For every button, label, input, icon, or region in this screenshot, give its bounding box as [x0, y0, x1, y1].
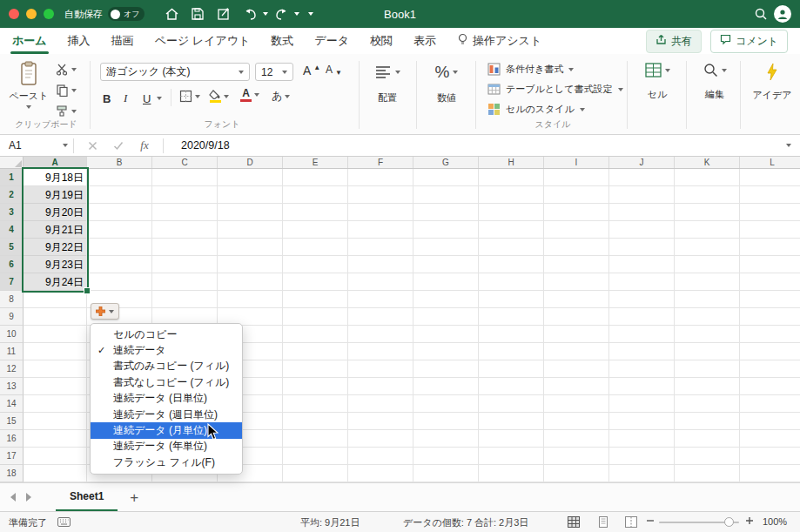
tab-data[interactable]: データ	[314, 28, 349, 54]
cell-a5[interactable]: 9月22日	[24, 239, 84, 256]
tab-formulas[interactable]: 数式	[271, 28, 293, 54]
paste-button[interactable]: ペースト	[9, 61, 49, 109]
autosave-control[interactable]: 自動保存 オフ	[64, 7, 145, 21]
formula-input[interactable]: 2020/9/18	[181, 139, 230, 152]
select-all-button[interactable]	[0, 157, 24, 168]
cell-a2[interactable]: 9月19日	[24, 186, 84, 204]
number-format-button[interactable]: % 数値	[427, 63, 467, 104]
share-sheet-icon[interactable]	[213, 3, 234, 24]
italic-button[interactable]: I	[124, 89, 127, 108]
comments-button[interactable]: コメント	[710, 30, 788, 53]
column-header[interactable]: I	[544, 157, 609, 168]
fill-handle[interactable]	[84, 287, 91, 294]
font-name-combo[interactable]: 游ゴシック (本文)	[100, 63, 250, 81]
phonetic-button[interactable]: あ	[272, 89, 290, 104]
column-header[interactable]: J	[609, 157, 675, 168]
cell-a6[interactable]: 9月23日	[24, 256, 84, 273]
row-header[interactable]: 8	[0, 291, 24, 308]
underline-dropdown-icon[interactable]	[157, 97, 162, 100]
bold-button[interactable]: B	[103, 89, 111, 108]
name-box[interactable]: A1	[0, 139, 63, 152]
underline-button[interactable]: U	[143, 89, 151, 108]
name-box-dropdown-icon[interactable]	[63, 144, 68, 147]
row-header[interactable]: 15	[0, 413, 24, 430]
redo-icon[interactable]	[271, 3, 292, 24]
row-header[interactable]: 13	[0, 378, 24, 395]
page-break-view-button[interactable]	[625, 516, 637, 529]
fill-color-button[interactable]	[209, 90, 229, 103]
home-icon[interactable]	[161, 3, 182, 24]
tab-draw[interactable]: 描画	[111, 28, 134, 54]
column-header[interactable]: E	[283, 157, 348, 168]
close-button[interactable]	[9, 9, 19, 19]
tab-view[interactable]: 表示	[413, 28, 436, 54]
row-header[interactable]: 4	[0, 221, 24, 239]
ideas-button[interactable]: アイデア	[750, 63, 794, 102]
normal-view-button[interactable]	[568, 516, 580, 529]
sheet-tab-sheet1[interactable]: Sheet1	[56, 483, 118, 511]
cell-styles-button[interactable]: セルのスタイル	[487, 103, 585, 116]
zoom-button[interactable]	[44, 9, 54, 19]
page-layout-view-button[interactable]	[597, 516, 609, 529]
menu-item-copy-cells[interactable]: セルのコピー	[91, 327, 242, 342]
format-painter-button[interactable]	[56, 104, 77, 118]
sheet-nav-prev-icon[interactable]	[10, 493, 16, 502]
editing-button[interactable]: 編集	[695, 63, 735, 101]
cells-button[interactable]: セル	[637, 63, 677, 101]
cancel-entry-icon[interactable]	[82, 135, 103, 156]
column-header[interactable]: D	[218, 157, 283, 168]
account-avatar[interactable]	[774, 5, 791, 23]
menu-item-fill-weekdays[interactable]: 連続データ (週日単位)	[91, 407, 242, 422]
row-header[interactable]: 10	[0, 326, 24, 343]
menu-item-fill-without-formatting[interactable]: 書式なしコピー (フィル)	[91, 374, 242, 390]
tab-page-layout[interactable]: ページ レイアウト	[155, 28, 251, 54]
row-header[interactable]: 12	[0, 360, 24, 378]
tab-review[interactable]: 校閲	[370, 28, 393, 54]
font-color-button[interactable]: A	[240, 88, 259, 102]
cell-a1[interactable]: 9月18日	[24, 169, 84, 186]
row-header[interactable]: 6	[0, 256, 24, 273]
column-header[interactable]: L	[740, 157, 800, 168]
decrease-font-button[interactable]: A▼	[326, 64, 342, 76]
tab-home[interactable]: ホーム	[12, 28, 47, 54]
row-header[interactable]: 16	[0, 430, 24, 448]
menu-item-flash-fill[interactable]: フラッシュ フィル(F)	[91, 455, 242, 470]
column-header[interactable]: F	[348, 157, 413, 168]
row-header[interactable]: 17	[0, 448, 24, 465]
undo-dropdown-icon[interactable]	[263, 12, 268, 16]
row-header[interactable]: 7	[0, 273, 24, 291]
add-sheet-button[interactable]: +	[130, 490, 138, 505]
undo-icon[interactable]	[239, 3, 260, 24]
zoom-out-button[interactable]	[646, 515, 655, 528]
row-header[interactable]: 2	[0, 186, 24, 204]
share-button[interactable]: 共有	[646, 30, 702, 53]
column-header[interactable]: B	[87, 157, 152, 168]
toolbar-more-icon[interactable]	[308, 12, 313, 16]
sheet-nav-next-icon[interactable]	[26, 493, 31, 502]
row-header[interactable]: 1	[0, 169, 24, 186]
tab-insert[interactable]: 挿入	[68, 28, 91, 54]
formula-bar-expand-icon[interactable]	[786, 144, 791, 147]
confirm-entry-icon[interactable]	[108, 135, 129, 156]
keyboard-icon[interactable]	[57, 517, 71, 529]
row-header[interactable]: 9	[0, 308, 24, 326]
row-header[interactable]: 18	[0, 465, 24, 482]
conditional-formatting-button[interactable]: 条件付き書式	[487, 63, 574, 76]
cell-a4[interactable]: 9月21日	[24, 221, 84, 239]
copy-button[interactable]	[56, 84, 77, 97]
row-header[interactable]: 5	[0, 239, 24, 256]
minimize-button[interactable]	[26, 9, 37, 19]
tab-tell-me[interactable]: 操作アシスト	[457, 28, 541, 54]
insert-function-icon[interactable]: fx	[134, 135, 155, 156]
menu-item-fill-days[interactable]: 連続データ (日単位)	[91, 391, 242, 407]
search-icon[interactable]	[750, 3, 771, 24]
save-icon[interactable]	[187, 3, 208, 24]
alignment-button[interactable]: 配置	[367, 64, 407, 104]
redo-dropdown-icon[interactable]	[294, 12, 299, 16]
cell-a3[interactable]: 9月20日	[24, 204, 84, 221]
font-size-combo[interactable]: 12	[255, 63, 293, 81]
cell-a7[interactable]: 9月24日	[24, 273, 84, 291]
row-header[interactable]: 3	[0, 204, 24, 221]
increase-font-button[interactable]: A▲	[303, 64, 320, 77]
borders-button[interactable]	[179, 90, 200, 103]
